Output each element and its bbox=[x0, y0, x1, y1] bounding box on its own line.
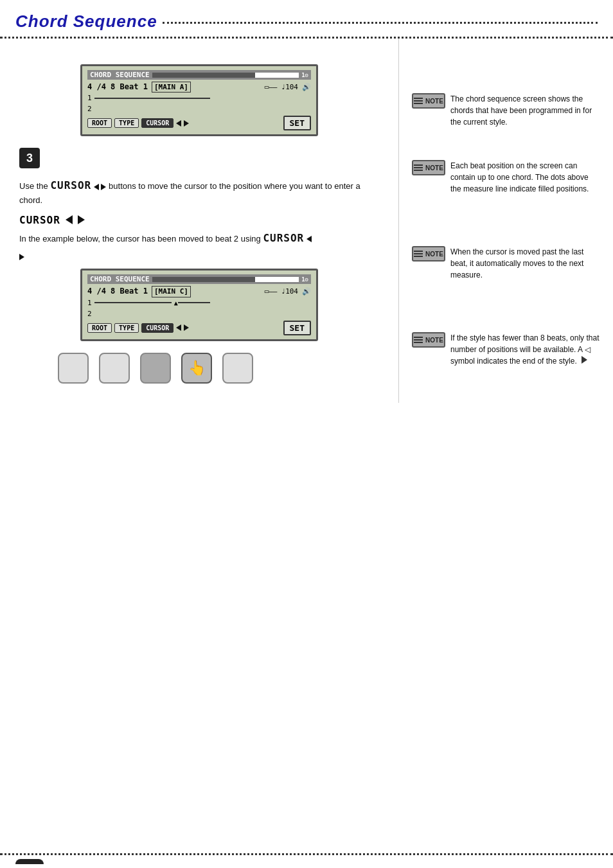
cursor-label-inline-2: CURSOR bbox=[263, 232, 304, 244]
lcd-screen-2: CHORD SEQUENCE 1⚙ 4 /4 8 Beat 1 [MAIN C]… bbox=[80, 269, 318, 341]
lcd-prog-icon-1: 1⚙ bbox=[301, 72, 308, 78]
lcd-cursor-arrows-2 bbox=[176, 324, 189, 331]
note-text-2: Each beat position on the screen can con… bbox=[450, 160, 600, 195]
ctrl-btn-3[interactable] bbox=[140, 353, 171, 384]
page-footer bbox=[0, 853, 613, 868]
main-content: CHORD SEQUENCE 1⚙ 4 /4 8 Beat 1 [MAIN A]… bbox=[0, 39, 613, 403]
note-box-3: NOTE When the cursor is moved past the l… bbox=[412, 246, 600, 281]
note-icon-lines-2 bbox=[414, 164, 423, 171]
note-line-3b bbox=[414, 253, 423, 254]
lcd-buttons-2: ROOT TYPE CURSOR SET bbox=[87, 321, 311, 335]
lcd-icons-1: ▭—— ♩104 🔊 bbox=[265, 82, 311, 92]
lcd-btn-type-2[interactable]: TYPE bbox=[114, 323, 139, 333]
note-icon-4: NOTE bbox=[412, 332, 445, 348]
lcd-cursor-left-1[interactable] bbox=[176, 120, 181, 127]
note-line-2b bbox=[414, 167, 423, 168]
cursor-arrow-right[interactable] bbox=[78, 215, 85, 224]
ctrl-btn-5[interactable] bbox=[222, 353, 253, 384]
header-dot-line bbox=[163, 22, 598, 24]
note-icon-1: NOTE bbox=[412, 93, 445, 109]
note-label-2: NOTE bbox=[425, 164, 443, 172]
lcd-btn-root-2[interactable]: ROOT bbox=[87, 323, 112, 333]
lcd-bar-1a bbox=[94, 98, 210, 99]
note-icon-3: NOTE bbox=[412, 246, 445, 261]
lcd-progress-2 bbox=[152, 277, 299, 282]
lcd-cursor-right-1[interactable] bbox=[184, 120, 189, 127]
lcd-beat-row-2: 4 /4 8 Beat 1 [MAIN C] ▭—— ♩104 🔊 bbox=[87, 286, 311, 297]
note-line-4b bbox=[414, 339, 423, 341]
lcd-btn-cursor-2[interactable]: CURSOR bbox=[141, 323, 173, 333]
lcd-volume-icon-2: 🔊 bbox=[302, 287, 311, 296]
note-box-1: NOTE The chord sequence screen shows the… bbox=[412, 93, 600, 128]
inline-tri-right-2 bbox=[19, 254, 24, 260]
note-line-4a bbox=[414, 337, 423, 338]
lcd-buttons-1: ROOT TYPE CURSOR SET bbox=[87, 116, 311, 130]
lcd-bpm-2: ♩104 bbox=[281, 287, 299, 296]
lcd-cursor-right-2[interactable] bbox=[184, 324, 189, 331]
right-column: NOTE The chord sequence screen shows the… bbox=[398, 39, 613, 403]
lcd-bar-2a bbox=[94, 302, 172, 303]
lcd-btn-cursor-1[interactable]: CURSOR bbox=[141, 118, 173, 128]
lcd-btn-set-2[interactable]: SET bbox=[283, 321, 311, 335]
cursor-line: CURSOR bbox=[19, 214, 379, 226]
lcd-bpm-1: ♩104 bbox=[281, 82, 299, 92]
note-icon-lines-3 bbox=[414, 251, 423, 257]
lcd-beat-row-1: 4 /4 8 Beat 1 [MAIN A] ▭—— ♩104 🔊 bbox=[87, 82, 311, 93]
lcd-icons-2: ▭—— ♩104 🔊 bbox=[265, 287, 311, 296]
inline-tri-left-1 bbox=[94, 184, 99, 190]
footer-tab bbox=[15, 859, 44, 864]
note-label-1: NOTE bbox=[425, 98, 443, 105]
lcd-cursor-arrows-1 bbox=[176, 120, 189, 127]
note-line-3c bbox=[414, 256, 423, 257]
lcd-lines-2: 1 ▲ 2 bbox=[87, 299, 311, 318]
lcd-cursor-left-2[interactable] bbox=[176, 324, 181, 331]
cursor-main-label: CURSOR bbox=[19, 214, 60, 226]
ctrl-btn-1[interactable] bbox=[58, 353, 89, 384]
page-title: Chord Sequence bbox=[15, 12, 157, 31]
lcd-btn-root-1[interactable]: ROOT bbox=[87, 118, 112, 128]
note-line-1b bbox=[414, 100, 423, 102]
lcd-line-1b: 2 bbox=[87, 105, 311, 113]
left-column: CHORD SEQUENCE 1⚙ 4 /4 8 Beat 1 [MAIN A]… bbox=[0, 39, 398, 403]
lcd-title-text-1: CHORD SEQUENCE bbox=[90, 71, 150, 79]
lcd-screen-1: CHORD SEQUENCE 1⚙ 4 /4 8 Beat 1 [MAIN A]… bbox=[80, 64, 318, 136]
lcd-line-1a: 1 bbox=[87, 94, 311, 102]
lcd-prog-icon-2: 1⚙ bbox=[301, 276, 308, 283]
lcd-mode-1: [MAIN A] bbox=[152, 82, 191, 93]
ctrl-btn-4[interactable]: 👆 bbox=[181, 353, 212, 384]
note-line-4c bbox=[414, 342, 423, 343]
note-label-3: NOTE bbox=[425, 251, 443, 258]
inline-tri-left-2 bbox=[306, 236, 312, 242]
note-line-1a bbox=[414, 98, 423, 99]
note-box-2: NOTE Each beat position on the screen ca… bbox=[412, 160, 600, 195]
lcd-progress-fill-1 bbox=[152, 73, 255, 78]
lcd-btn-set-1[interactable]: SET bbox=[283, 116, 311, 130]
cursor-label-inline-1: CURSOR bbox=[50, 179, 91, 191]
lcd-measure-icon-2: ▭—— bbox=[265, 287, 278, 296]
lcd-beat-label-1: 4 /4 8 Beat 1 [MAIN A] bbox=[87, 82, 191, 93]
note-tri-icon-4 bbox=[582, 356, 587, 364]
body-text-2: In the example below, the cursor has bee… bbox=[19, 230, 379, 263]
lcd-line-2b: 2 bbox=[87, 310, 311, 318]
lcd-title-bar-2: CHORD SEQUENCE 1⚙ bbox=[87, 274, 311, 284]
note-icon-lines-1 bbox=[414, 98, 423, 104]
ctrl-btn-2[interactable] bbox=[99, 353, 130, 384]
note-text-3: When the cursor is moved past the last b… bbox=[450, 246, 600, 281]
lcd-btn-type-1[interactable]: TYPE bbox=[114, 118, 139, 128]
lcd-progress-fill-2 bbox=[152, 277, 255, 282]
note-text-1: The chord sequence screen shows the chor… bbox=[450, 93, 600, 128]
note-label-4: NOTE bbox=[425, 337, 443, 344]
step-badge-container: 3 bbox=[19, 148, 379, 173]
lcd-title-text-2: CHORD SEQUENCE bbox=[90, 275, 150, 283]
page-header: Chord Sequence bbox=[0, 0, 613, 39]
note-line-3a bbox=[414, 251, 423, 252]
note-icon-lines-4 bbox=[414, 337, 423, 343]
lcd-progress-1 bbox=[152, 73, 299, 78]
inline-tri-right-1 bbox=[101, 184, 106, 190]
note-box-4: NOTE If the style has fewer than 8 beats… bbox=[412, 332, 600, 367]
note-line-2a bbox=[414, 164, 423, 166]
lcd-mode-2: [MAIN C] bbox=[152, 286, 191, 297]
body-text-1: Use the CURSOR buttons to move the curso… bbox=[19, 177, 379, 207]
cursor-arrow-left[interactable] bbox=[66, 215, 73, 224]
note-line-2c bbox=[414, 170, 423, 171]
